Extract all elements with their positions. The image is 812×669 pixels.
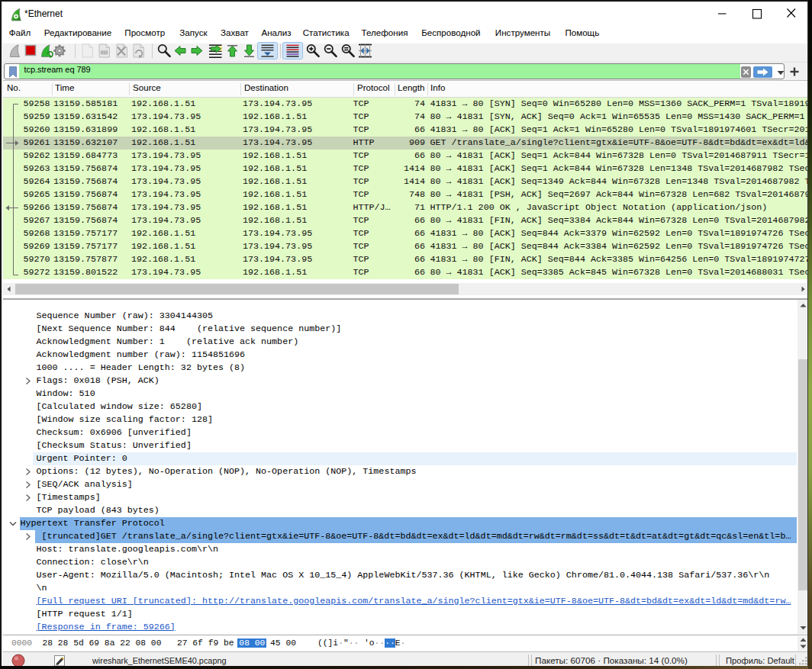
svg-text:010: 010: [101, 50, 108, 55]
